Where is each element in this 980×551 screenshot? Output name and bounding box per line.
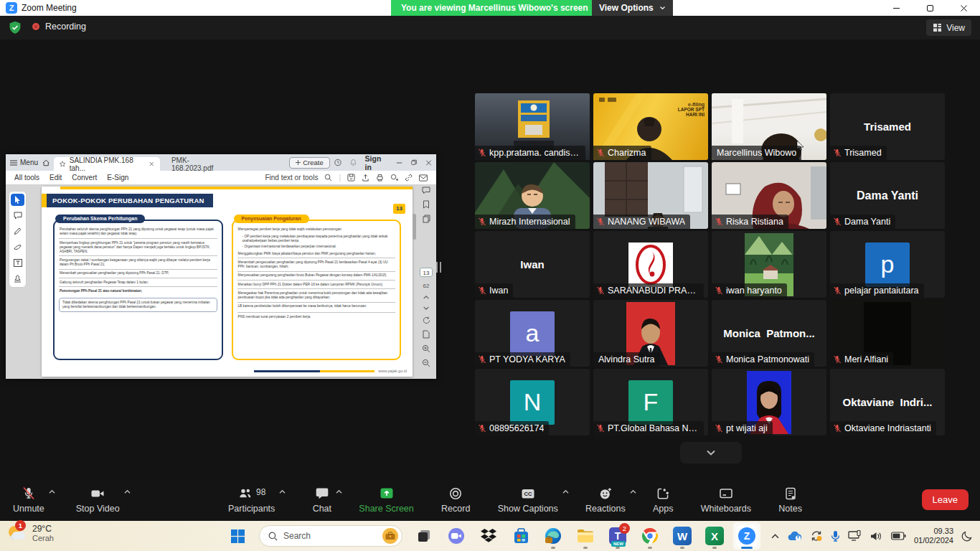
participant-tile[interactable]: NANANG WIBAWA <box>593 162 708 229</box>
participant-tile[interactable]: F PT.Global Bahasa Nu... <box>593 369 708 435</box>
star-icon[interactable] <box>60 161 65 167</box>
menubar-edit[interactable]: Edit <box>50 174 62 182</box>
excel-button[interactable]: X <box>701 522 728 550</box>
show-captions-button[interactable]: CC Show Captions <box>498 479 558 514</box>
pen-tool-button[interactable] <box>11 225 24 237</box>
comment-tool-button[interactable] <box>11 209 24 222</box>
dropbox-button[interactable] <box>475 522 502 550</box>
acrobat-minimize-icon[interactable] <box>396 159 402 166</box>
pdf-tab-inactive[interactable]: PMK-168.2023.pdf <box>164 157 235 171</box>
hidden-icons-chevron[interactable] <box>771 533 780 540</box>
participant-tile[interactable]: Mirazh Internasional <box>475 162 590 229</box>
apps-button[interactable]: Apps <box>653 479 674 514</box>
minimize-button[interactable] <box>884 0 908 16</box>
cast-device-icon[interactable] <box>848 530 862 542</box>
comments-panel-icon[interactable] <box>422 187 430 194</box>
reactions-button[interactable]: Reactions <box>585 479 626 514</box>
participant-tile[interactable]: e-filing LAPOR SPT HARI INI Charizma <box>593 93 708 160</box>
maximize-button[interactable] <box>918 0 942 16</box>
rotate-page-icon[interactable] <box>423 316 430 324</box>
participant-tile[interactable]: Monica Patmon... Monica Patmonowati <box>712 300 826 367</box>
weather-widget[interactable]: 1 29°C Cerah <box>7 523 54 543</box>
share-screen-button[interactable]: Share Screen <box>359 479 413 514</box>
participant-tile[interactable]: SARANABUDI PRAKA... <box>593 231 708 298</box>
recording-indicator[interactable]: Recording <box>32 22 86 32</box>
audio-options-chevron[interactable] <box>48 489 56 494</box>
close-button[interactable] <box>951 0 976 16</box>
stamp-tool-button[interactable] <box>11 273 24 285</box>
participant-tile[interactable]: Iwan Iwan <box>475 231 590 298</box>
previous-page-icon[interactable] <box>423 295 430 300</box>
create-button[interactable]: Create <box>289 157 330 169</box>
notes-button[interactable]: Notes <box>778 479 802 514</box>
document-scrollbar[interactable] <box>413 214 416 240</box>
save-icon[interactable] <box>347 174 355 182</box>
find-tools-label[interactable]: Find text or tools <box>265 174 318 182</box>
chat-options-chevron[interactable] <box>335 489 343 494</box>
bookmarks-panel-icon[interactable] <box>423 200 430 209</box>
participant-tile[interactable]: iwan haryanto <box>712 231 826 298</box>
participant-tile[interactable]: Dama Yanti Dama Yanti <box>830 162 945 229</box>
participants-button[interactable]: 98 Participants <box>228 479 275 514</box>
participant-tile[interactable]: kpp.pratama. candisa... <box>475 93 590 160</box>
participant-tile[interactable]: Meri Alfiani <box>830 300 945 367</box>
task-view-button[interactable] <box>410 522 438 550</box>
email-icon[interactable] <box>419 174 428 182</box>
participant-tile[interactable]: pt wijati aji <box>712 369 826 435</box>
acrobat-restore-icon[interactable] <box>411 159 417 166</box>
panel-resize-handle[interactable] <box>436 262 441 273</box>
menubar-convert[interactable]: Convert <box>72 174 97 182</box>
do-not-disturb-moon-icon[interactable] <box>961 530 973 542</box>
menubar-esign[interactable]: E-Sign <box>107 174 128 182</box>
gallery-view-button[interactable]: View <box>926 19 971 36</box>
participant-tile[interactable]: Alvindra Sutra <box>593 300 708 367</box>
search-highlight-briefcase-icon[interactable] <box>382 527 399 545</box>
clock[interactable]: 09.33 01/02/2024 <box>914 527 953 545</box>
participants-options-chevron[interactable] <box>278 489 286 494</box>
volume-icon[interactable] <box>870 531 883 542</box>
request-signature-icon[interactable] <box>390 174 398 182</box>
home-icon[interactable] <box>42 159 50 166</box>
unmute-button[interactable]: Unmute <box>13 479 44 514</box>
page-thumbnails-icon[interactable] <box>423 215 430 223</box>
acrobat-menu-button[interactable]: Menu <box>10 159 38 166</box>
edge-button[interactable] <box>540 522 567 550</box>
participant-tile[interactable]: N 08895626174 <box>475 369 590 435</box>
word-button[interactable]: W <box>669 522 696 550</box>
file-explorer-button[interactable] <box>572 522 599 550</box>
menubar-all-tools[interactable]: All tools <box>14 174 39 182</box>
captions-options-chevron[interactable] <box>562 489 570 494</box>
start-button[interactable] <box>224 522 251 550</box>
sync-status-icon[interactable] <box>810 530 823 542</box>
more-participants-button[interactable] <box>680 442 742 463</box>
leave-meeting-button[interactable]: Leave <box>922 489 969 510</box>
zoom-app-button[interactable] <box>733 522 760 550</box>
text-box-tool-button[interactable] <box>11 257 24 269</box>
teams-button[interactable]: T NEW 2 <box>604 522 631 550</box>
participant-tile[interactable]: Riska Ristiana <box>712 162 826 229</box>
link-icon[interactable] <box>405 174 413 182</box>
taskbar-search-box[interactable]: Search <box>259 525 402 547</box>
view-options-button[interactable]: View Options <box>592 0 673 16</box>
record-button[interactable]: Record <box>441 479 470 514</box>
fit-page-icon[interactable] <box>423 330 430 339</box>
chat-app-button[interactable] <box>443 522 470 550</box>
stop-video-button[interactable]: Stop Video <box>76 479 120 514</box>
chat-button[interactable]: Chat <box>313 479 331 514</box>
history-icon[interactable] <box>334 159 341 166</box>
sign-in-button[interactable]: Sign in <box>365 154 387 171</box>
microsoft-store-button[interactable] <box>507 522 534 550</box>
participant-tile[interactable]: Oktaviane Indri... Oktaviane Indriastant… <box>830 369 945 435</box>
participant-tile-active-speaker[interactable]: Marcellinus Wibowo <box>712 93 826 160</box>
next-page-icon[interactable] <box>423 306 430 311</box>
highlighter-tool-button[interactable] <box>11 241 24 253</box>
participant-tile[interactable]: a PT YODYA KARYA <box>475 300 590 367</box>
whiteboards-button[interactable]: Whiteboards <box>701 479 751 514</box>
export-icon[interactable] <box>362 174 369 182</box>
microphone-in-use-icon[interactable] <box>831 530 840 542</box>
meeting-security-shield-icon[interactable] <box>9 21 22 34</box>
chrome-button[interactable] <box>636 522 664 550</box>
select-tool-button[interactable] <box>11 194 24 206</box>
pdf-tab-active[interactable]: SALINDIA PMK.168 tah... <box>54 157 160 171</box>
participant-tile[interactable]: Trisamed Trisamed <box>830 93 945 160</box>
